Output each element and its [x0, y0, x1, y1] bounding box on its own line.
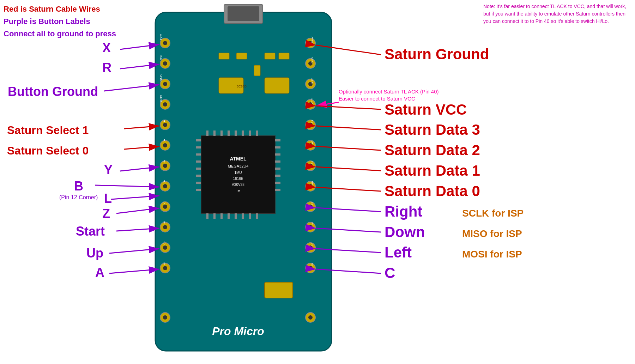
svg-text:A3: A3 — [311, 120, 314, 123]
svg-rect-130 — [265, 78, 289, 93]
svg-text:Left: Left — [385, 244, 412, 261]
svg-rect-94 — [275, 146, 280, 148]
svg-text:Start: Start — [76, 224, 105, 238]
svg-point-52 — [306, 222, 315, 232]
svg-line-179 — [316, 249, 381, 253]
svg-text:Saturn Data 2: Saturn Data 2 — [385, 142, 480, 158]
svg-text:Easier to connect to Saturn VC: Easier to connect to Saturn VCC — [339, 96, 415, 102]
svg-rect-125 — [236, 53, 247, 59]
svg-text:6: 6 — [163, 200, 165, 204]
svg-point-12 — [160, 79, 170, 89]
svg-text:1MU: 1MU — [234, 171, 242, 175]
svg-rect-116 — [256, 213, 258, 219]
svg-point-35 — [308, 41, 313, 45]
svg-point-28 — [160, 243, 170, 253]
svg-text:A30V38: A30V38 — [232, 183, 244, 187]
svg-text:A0: A0 — [311, 181, 314, 185]
svg-point-13 — [163, 82, 167, 86]
svg-line-133 — [120, 44, 159, 49]
svg-text:14: 14 — [311, 222, 314, 225]
svg-rect-95 — [275, 153, 280, 156]
svg-rect-89 — [196, 168, 201, 170]
svg-text:RAW: RAW — [311, 36, 314, 43]
svg-text:GND: GND — [311, 57, 314, 63]
svg-rect-103 — [220, 131, 223, 136]
svg-rect-93 — [275, 139, 280, 141]
svg-rect-87 — [196, 153, 201, 156]
svg-line-148 — [111, 196, 159, 199]
svg-rect-98 — [275, 175, 280, 177]
svg-text:GND: GND — [159, 74, 163, 82]
svg-text:B: B — [74, 179, 83, 193]
svg-point-51 — [308, 205, 313, 209]
svg-text:5: 5 — [163, 180, 165, 184]
svg-point-57 — [308, 266, 313, 270]
svg-rect-128 — [279, 53, 289, 59]
legend-line1: Red is Saturn Cable Wires — [4, 3, 116, 15]
svg-text:15: 15 — [311, 202, 314, 205]
svg-point-11 — [163, 61, 167, 66]
svg-text:Saturn Data 0: Saturn Data 0 — [385, 183, 480, 199]
svg-line-182 — [316, 269, 381, 273]
svg-text:Button Ground: Button Ground — [8, 84, 98, 99]
svg-text:Saturn Data 3: Saturn Data 3 — [385, 121, 480, 138]
svg-text:1616E: 1616E — [233, 177, 243, 181]
svg-point-39 — [308, 82, 313, 86]
svg-text:A: A — [95, 265, 104, 280]
svg-text:A1: A1 — [311, 161, 314, 164]
svg-rect-101 — [206, 131, 208, 136]
svg-line-145 — [95, 185, 159, 187]
svg-text:2: 2 — [163, 119, 165, 122]
svg-rect-108 — [256, 131, 258, 136]
svg-rect-107 — [249, 131, 251, 136]
legend-line3: Connect all to ground to press — [4, 28, 116, 40]
svg-line-158 — [316, 45, 381, 55]
svg-rect-6 — [224, 4, 263, 24]
svg-rect-123 — [265, 282, 293, 298]
svg-text:Saturn Ground: Saturn Ground — [385, 46, 489, 62]
svg-text:R: R — [102, 60, 111, 75]
svg-text:Up: Up — [86, 246, 103, 260]
svg-rect-5 — [155, 12, 332, 351]
svg-text:TH: TH — [236, 189, 240, 193]
svg-point-27 — [163, 225, 167, 229]
legend: Red is Saturn Cable Wires Purple is Butt… — [4, 3, 116, 40]
svg-text:Saturn VCC: Saturn VCC — [385, 101, 467, 118]
svg-point-33 — [163, 315, 167, 320]
svg-text:Right: Right — [385, 203, 422, 220]
svg-text:Saturn Select 0: Saturn Select 0 — [7, 144, 89, 157]
svg-rect-97 — [275, 168, 280, 170]
svg-rect-105 — [235, 131, 237, 136]
svg-text:GND: GND — [159, 95, 163, 102]
svg-line-154 — [109, 249, 159, 253]
svg-point-17 — [163, 123, 167, 127]
svg-rect-96 — [275, 160, 280, 163]
svg-point-21 — [163, 164, 167, 168]
svg-line-173 — [316, 208, 381, 212]
svg-text:MOSI for ISP: MOSI for ISP — [462, 249, 522, 260]
svg-text:Down: Down — [385, 224, 425, 240]
svg-rect-84 — [201, 136, 275, 213]
svg-point-43 — [308, 123, 313, 127]
svg-point-24 — [160, 202, 170, 212]
svg-point-49 — [308, 184, 313, 188]
svg-point-36 — [306, 59, 315, 68]
svg-rect-109 — [206, 213, 208, 219]
svg-line-176 — [316, 228, 381, 232]
svg-rect-104 — [228, 131, 230, 136]
svg-point-48 — [306, 181, 315, 191]
note-text: Note: It's far easier to connect TL ACK … — [483, 3, 631, 25]
svg-rect-124 — [219, 53, 229, 59]
svg-text:Saturn Data 1: Saturn Data 1 — [385, 162, 480, 179]
svg-line-160 — [316, 102, 339, 106]
svg-rect-114 — [242, 213, 244, 219]
svg-text:3C8S0: 3C8S0 — [237, 85, 247, 88]
svg-text:MEGA32U4: MEGA32U4 — [228, 164, 249, 168]
svg-rect-7 — [228, 6, 259, 21]
svg-text:7: 7 — [163, 221, 165, 225]
svg-rect-91 — [196, 182, 201, 184]
svg-rect-112 — [228, 213, 230, 219]
svg-point-32 — [160, 313, 170, 322]
svg-point-19 — [163, 143, 167, 147]
svg-text:C: C — [385, 265, 395, 281]
